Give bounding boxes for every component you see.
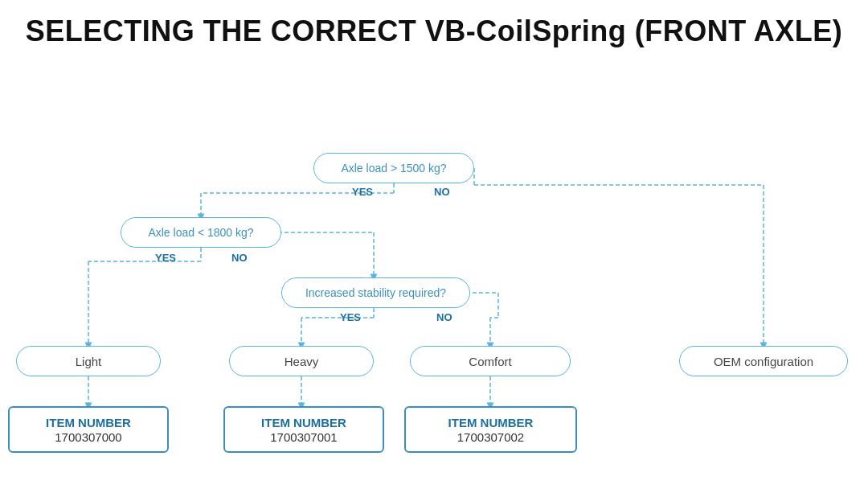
yn-d1-no: NO — [434, 186, 450, 198]
item-number-3: 1700307002 — [457, 430, 524, 444]
diagram-lines — [0, 60, 868, 454]
item-number-2: 1700307001 — [270, 430, 337, 444]
yn-d1-yes: YES — [352, 186, 373, 198]
yn-d3-no: NO — [436, 311, 452, 323]
item-number-1: 1700307000 — [55, 430, 121, 444]
decision-axle-load-1800: Axle load < 1800 kg? — [121, 217, 281, 248]
item-box-1700307002: ITEM NUMBER 1700307002 — [404, 406, 577, 453]
result-heavy: Heavy — [229, 346, 374, 376]
decision-stability: Increased stability required? — [281, 277, 470, 308]
result-comfort: Comfort — [410, 346, 571, 376]
yn-d2-yes: YES — [155, 252, 176, 264]
item-box-1700307001: ITEM NUMBER 1700307001 — [223, 406, 384, 453]
item-label-3: ITEM NUMBER — [448, 415, 534, 431]
item-box-1700307000: ITEM NUMBER 1700307000 — [8, 406, 169, 453]
yn-d2-no: NO — [231, 252, 248, 264]
result-light: Light — [16, 346, 161, 376]
item-label-2: ITEM NUMBER — [261, 415, 346, 431]
decision-axle-load-1500: Axle load > 1500 kg? — [313, 153, 474, 183]
diagram-area: Axle load > 1500 kg? Axle load < 1800 kg… — [0, 60, 868, 454]
result-oem: OEM configuration — [679, 346, 848, 376]
yn-d3-yes: YES — [340, 311, 361, 323]
page-title: SELECTING THE CORRECT VB-CoilSpring (FRO… — [0, 0, 868, 56]
item-label-1: ITEM NUMBER — [46, 415, 131, 431]
